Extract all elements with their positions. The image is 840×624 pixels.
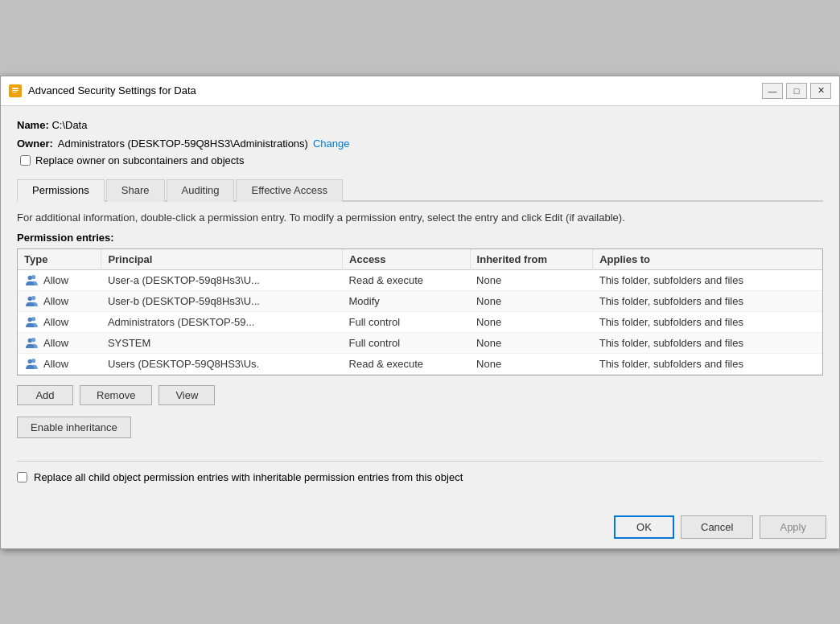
cell-type: Allow [18,353,101,374]
view-button[interactable]: View [159,385,215,405]
title-buttons: — □ ✕ [762,83,831,99]
enable-inheritance-button[interactable]: Enable inheritance [17,417,131,438]
name-row: Name: C:\Data [17,119,823,131]
cell-applies-to: This folder, subfolders and files [593,311,822,332]
minimize-button[interactable]: — [762,83,783,99]
window-icon [9,84,22,97]
cell-applies-to: This folder, subfolders and files [593,353,822,374]
cell-access: Full control [343,332,471,353]
enable-inheritance-container: Enable inheritance [17,417,823,450]
owner-label: Owner: [17,138,53,150]
cell-type: Allow [18,332,101,353]
cell-inherited-from: None [470,290,593,311]
close-button[interactable]: ✕ [810,83,831,99]
svg-point-8 [31,317,35,321]
table-row[interactable]: Allow Administrators (DESKTOP-59...Full … [18,311,822,332]
cell-access: Read & execute [343,269,471,290]
permissions-table-container: Type Principal Access Inherited from App… [17,248,823,376]
content-area: Name: C:\Data Owner: Administrators (DES… [1,106,839,509]
table-row[interactable]: Allow SYSTEMFull controlNoneThis folder,… [18,332,822,353]
svg-point-7 [28,297,32,301]
owner-row: Owner: Administrators (DESKTOP-59Q8HS3\A… [17,138,823,150]
cell-type: Allow [18,290,101,311]
svg-point-5 [28,276,32,280]
replace-owner-row: Replace owner on subcontainers and objec… [20,154,823,166]
tab-share[interactable]: Share [106,179,165,202]
user-group-icon [24,274,39,285]
cell-inherited-from: None [470,332,593,353]
tab-auditing[interactable]: Auditing [167,179,235,202]
remove-button[interactable]: Remove [80,385,152,405]
cell-applies-to: This folder, subfolders and files [593,332,822,353]
name-label: Name: [17,119,49,131]
replace-owner-label: Replace owner on subcontainers and objec… [35,154,244,166]
name-value: C:\Data [51,119,87,131]
tab-permissions[interactable]: Permissions [17,179,105,202]
cell-principal: User-b (DESKTOP-59q8Hs3\U... [101,290,343,311]
ok-button[interactable]: OK [614,515,674,539]
permissions-table: Type Principal Access Inherited from App… [18,249,822,375]
user-group-icon [24,337,39,348]
replace-all-row: Replace all child object permission entr… [17,471,823,483]
svg-point-4 [31,275,35,279]
svg-point-6 [31,296,35,300]
col-header-access: Access [343,249,471,270]
cancel-button[interactable]: Cancel [681,515,753,539]
col-header-type: Type [18,249,101,270]
replace-all-checkbox[interactable] [17,472,27,482]
replace-all-label: Replace all child object permission entr… [34,471,463,483]
replace-owner-checkbox[interactable] [20,155,31,166]
cell-principal: Administrators (DESKTOP-59... [101,311,343,332]
cell-access: Full control [343,311,471,332]
main-window: Advanced Security Settings for Data — □ … [0,76,840,549]
cell-principal: User-a (DESKTOP-59q8Hs3\U... [101,269,343,290]
cell-access: Modify [343,290,471,311]
svg-point-9 [28,318,32,322]
col-header-principal: Principal [101,249,343,270]
svg-rect-2 [12,90,19,91]
svg-point-12 [31,359,35,363]
table-row[interactable]: Allow User-a (DESKTOP-59q8Hs3\U...Read &… [18,269,822,290]
window-title: Advanced Security Settings for Data [28,84,196,96]
table-row[interactable]: Allow User-b (DESKTOP-59q8Hs3\U...Modify… [18,290,822,311]
user-group-icon [24,316,39,327]
cell-inherited-from: None [470,269,593,290]
svg-point-10 [31,338,35,342]
col-header-inherited: Inherited from [470,249,593,270]
user-group-icon [24,358,39,369]
table-header-row: Type Principal Access Inherited from App… [18,249,822,270]
change-link[interactable]: Change [313,138,350,150]
permission-entries-label: Permission entries: [17,232,823,244]
col-header-applies: Applies to [593,249,822,270]
owner-value: Administrators (DESKTOP-59Q8HS3\Administ… [58,138,308,150]
cell-principal: SYSTEM [101,332,343,353]
cell-principal: Users (DESKTOP-59Q8HS3\Us. [101,353,343,374]
bottom-buttons-row: OK Cancel Apply [1,509,839,548]
cell-type: Allow [18,311,101,332]
cell-inherited-from: None [470,353,593,374]
title-bar-left: Advanced Security Settings for Data [9,84,196,97]
action-buttons-row: Add Remove View [17,385,823,405]
cell-applies-to: This folder, subfolders and files [593,290,822,311]
info-text: For additional information, double-click… [17,211,823,224]
svg-point-13 [28,359,32,363]
svg-rect-3 [12,92,17,92]
add-button[interactable]: Add [17,385,73,405]
tab-bar: Permissions Share Auditing Effective Acc… [17,178,823,202]
svg-rect-1 [12,88,19,89]
cell-applies-to: This folder, subfolders and files [593,269,822,290]
title-bar: Advanced Security Settings for Data — □ … [1,76,839,106]
cell-type: Allow [18,269,101,290]
svg-point-11 [28,339,32,343]
cell-inherited-from: None [470,311,593,332]
user-group-icon [24,295,39,306]
divider [17,461,823,462]
table-row[interactable]: Allow Users (DESKTOP-59Q8HS3\Us.Read & e… [18,353,822,374]
apply-button[interactable]: Apply [760,515,826,539]
tab-effective-access[interactable]: Effective Access [236,179,342,202]
cell-access: Read & execute [343,353,471,374]
maximize-button[interactable]: □ [786,83,807,99]
